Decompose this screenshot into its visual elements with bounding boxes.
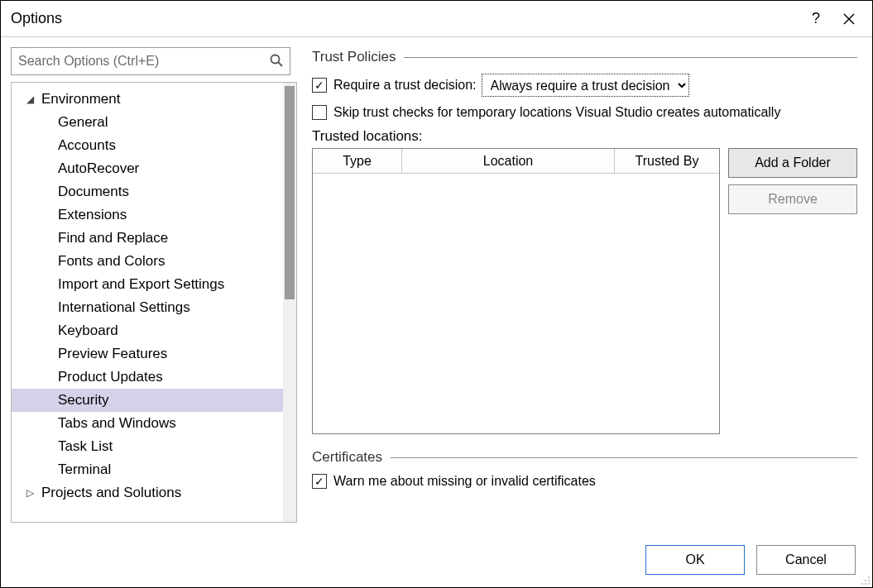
certificates-label: Certificates bbox=[312, 449, 391, 466]
tree-item-label: Extensions bbox=[58, 207, 127, 223]
options-tree: ◢EnvironmentGeneralAccountsAutoRecoverDo… bbox=[11, 82, 297, 523]
col-type[interactable]: Type bbox=[313, 149, 402, 173]
svg-point-2 bbox=[271, 55, 280, 64]
tree-item-label: Accounts bbox=[58, 137, 116, 154]
tree-item-find-and-replace[interactable]: Find and Replace bbox=[12, 227, 283, 250]
resize-grip-icon[interactable] bbox=[859, 574, 871, 586]
svg-point-5 bbox=[865, 580, 866, 581]
trusted-locations-grid[interactable]: Type Location Trusted By bbox=[312, 148, 720, 434]
trust-policies-label: Trust Policies bbox=[312, 49, 404, 65]
left-pane: ◢EnvironmentGeneralAccountsAutoRecoverDo… bbox=[1, 37, 297, 533]
tree-item-import-and-export-settings[interactable]: Import and Export Settings bbox=[12, 273, 283, 296]
add-folder-button[interactable]: Add a Folder bbox=[728, 148, 857, 178]
dialog-footer: OK Cancel bbox=[1, 533, 872, 587]
require-trust-decision-checkbox[interactable] bbox=[312, 78, 327, 93]
close-button[interactable] bbox=[832, 12, 866, 26]
tree-item-label: International Settings bbox=[58, 299, 190, 316]
trust-policies-group: Trust Policies Require a trust decision:… bbox=[312, 49, 857, 434]
group-separator bbox=[391, 457, 857, 458]
tree-item-tabs-and-windows[interactable]: Tabs and Windows bbox=[12, 412, 283, 435]
window-title: Options bbox=[7, 10, 799, 27]
svg-point-7 bbox=[861, 583, 863, 585]
group-separator bbox=[404, 57, 857, 58]
titlebar: Options ? bbox=[1, 1, 872, 37]
tree-item-label: Fonts and Colors bbox=[58, 253, 165, 270]
tree-item-label: Import and Export Settings bbox=[58, 276, 224, 293]
tree-scroll-thumb[interactable] bbox=[285, 86, 295, 299]
require-trust-decision-label: Require a trust decision: bbox=[333, 78, 477, 93]
svg-point-6 bbox=[868, 580, 870, 581]
grid-header: Type Location Trusted By bbox=[313, 149, 719, 174]
close-icon bbox=[842, 12, 856, 26]
svg-line-3 bbox=[279, 63, 283, 67]
chevron-right-icon[interactable]: ▷ bbox=[23, 487, 36, 499]
svg-point-9 bbox=[868, 583, 870, 585]
tree-item-product-updates[interactable]: Product Updates bbox=[12, 366, 283, 389]
tree-item-label: Preview Features bbox=[58, 346, 167, 362]
tree-item-label: Security bbox=[58, 392, 108, 409]
tree-item-general[interactable]: General bbox=[12, 111, 283, 134]
certificates-group: Certificates Warn me about missing or in… bbox=[312, 449, 857, 489]
search-input[interactable] bbox=[11, 47, 290, 75]
cancel-button[interactable]: Cancel bbox=[756, 545, 856, 575]
search-wrap bbox=[11, 47, 290, 75]
tree-item-preview-features[interactable]: Preview Features bbox=[12, 342, 283, 366]
tree-item-international-settings[interactable]: International Settings bbox=[12, 296, 283, 319]
tree-item-label: AutoRecover bbox=[58, 160, 139, 177]
help-button[interactable]: ? bbox=[799, 10, 832, 27]
ok-button[interactable]: OK bbox=[645, 545, 745, 575]
tree-item-label: General bbox=[58, 114, 108, 131]
tree-item-label: Terminal bbox=[58, 461, 111, 478]
tree-item-documents[interactable]: Documents bbox=[12, 180, 283, 203]
svg-point-4 bbox=[868, 576, 870, 578]
tree-scrollbar[interactable] bbox=[283, 83, 296, 522]
trust-decision-select[interactable]: Always require a trust decision bbox=[482, 74, 689, 97]
skip-temp-checks-label: Skip trust checks for temporary location… bbox=[333, 105, 780, 120]
chevron-down-icon[interactable]: ◢ bbox=[23, 93, 36, 105]
tree-item-label: Projects and Solutions bbox=[41, 485, 181, 501]
tree-item-autorecover[interactable]: AutoRecover bbox=[12, 157, 283, 180]
tree-item-accounts[interactable]: Accounts bbox=[12, 134, 283, 157]
tree-item-security[interactable]: Security bbox=[12, 389, 283, 412]
remove-button: Remove bbox=[728, 184, 857, 214]
tree-item-environment[interactable]: ◢Environment bbox=[12, 88, 283, 111]
skip-temp-checks-checkbox[interactable] bbox=[312, 105, 327, 120]
tree-item-fonts-and-colors[interactable]: Fonts and Colors bbox=[12, 250, 283, 273]
tree-item-terminal[interactable]: Terminal bbox=[12, 458, 283, 481]
right-pane: Trust Policies Require a trust decision:… bbox=[297, 37, 872, 533]
trusted-locations-label: Trusted locations: bbox=[312, 128, 857, 145]
col-trusted-by[interactable]: Trusted By bbox=[615, 149, 719, 173]
warn-certificates-label: Warn me about missing or invalid certifi… bbox=[333, 474, 596, 489]
tree-item-label: Product Updates bbox=[58, 369, 163, 385]
tree-item-label: Find and Replace bbox=[58, 230, 168, 246]
tree-item-label: Task List bbox=[58, 438, 113, 455]
tree-item-label: Keyboard bbox=[58, 323, 118, 339]
tree-item-task-list[interactable]: Task List bbox=[12, 435, 283, 458]
svg-point-8 bbox=[865, 583, 866, 585]
tree-item-label: Tabs and Windows bbox=[58, 415, 176, 432]
tree-item-label: Environment bbox=[41, 91, 120, 108]
tree-item-projects-and-solutions[interactable]: ▷Projects and Solutions bbox=[12, 481, 283, 504]
tree-item-extensions[interactable]: Extensions bbox=[12, 203, 283, 227]
warn-certificates-checkbox[interactable] bbox=[312, 474, 327, 489]
tree-item-label: Documents bbox=[58, 184, 129, 200]
col-location[interactable]: Location bbox=[402, 149, 615, 173]
tree-item-keyboard[interactable]: Keyboard bbox=[12, 319, 283, 342]
search-icon bbox=[269, 53, 284, 71]
